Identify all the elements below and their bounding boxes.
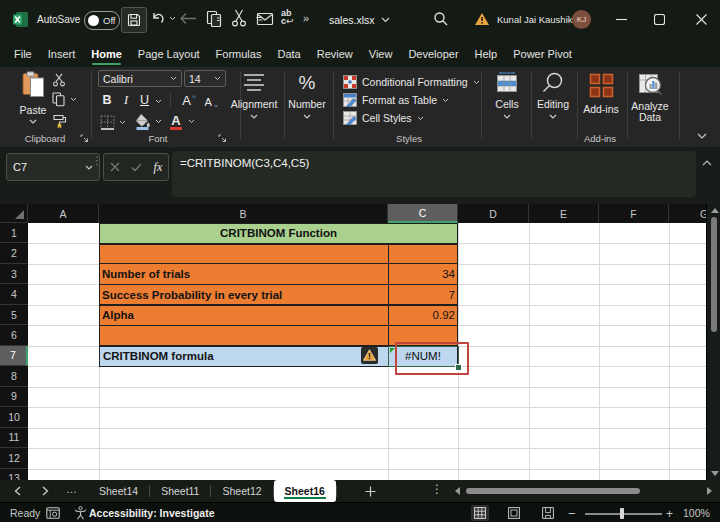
cell-title-b1[interactable]: CRITBINOM Function [99,223,458,244]
autosave-toggle[interactable]: Off [84,11,120,30]
menu-item-help[interactable]: Help [467,40,506,67]
horizontal-scrollbar[interactable] [450,480,720,502]
data-row-value[interactable]: 0.92 [390,305,455,325]
clipboard-dialog-launcher-icon[interactable] [80,134,89,143]
save-button[interactable] [121,7,147,33]
column-header-c[interactable]: C [388,204,458,223]
column-header-f[interactable]: F [599,204,669,223]
font-size-select[interactable]: 14 [184,70,226,87]
user-name[interactable]: Kunal Jai Kaushik [497,14,573,25]
underline-button[interactable]: U [138,92,151,108]
accessibility-status[interactable]: Accessibility: Investigate [89,507,214,519]
page-break-view-button[interactable] [539,505,557,521]
row-header-11[interactable]: 11 [0,428,28,448]
menu-item-home[interactable]: Home [83,40,130,67]
sheet-tab-sheet11[interactable]: Sheet11 [150,480,210,502]
menu-item-insert[interactable]: Insert [40,40,84,67]
cut-icon[interactable] [231,9,247,28]
data-row-label[interactable]: Success Probability in every trial [102,284,385,304]
chevron-down-icon[interactable] [155,99,162,104]
column-header-a[interactable]: A [28,204,99,223]
cancel-icon[interactable] [110,162,120,172]
normal-view-button[interactable] [471,505,489,521]
scroll-down-icon[interactable] [711,471,719,476]
name-box[interactable]: C7 [6,153,100,181]
row-header-13[interactable]: 13 [0,469,28,480]
borders-button[interactable] [100,115,126,130]
select-all-button[interactable] [0,204,28,223]
menu-item-file[interactable]: File [6,40,40,67]
cells-button[interactable]: Cells [484,72,530,119]
vertical-scrollbar[interactable] [706,204,720,480]
document-name[interactable]: sales.xlsx [329,14,375,26]
search-icon[interactable] [433,11,449,27]
sheet-tab-sheet14[interactable]: Sheet14 [88,480,149,502]
row-header-12[interactable]: 12 [0,448,28,468]
replace-icon[interactable]: abc↩ [281,9,294,25]
chevron-down-icon[interactable] [381,17,390,23]
menu-item-view[interactable]: View [361,40,401,67]
menu-item-data[interactable]: Data [269,40,308,67]
data-row-label[interactable]: Number of trials [102,264,385,284]
row-header-1[interactable]: 1 [0,223,28,243]
cell-formula-label-b7[interactable]: CRITBINOM formula [99,346,389,367]
row-header-8[interactable]: 8 [0,366,28,386]
zoom-in-button[interactable]: + [666,507,673,521]
conditional-formatting-button[interactable]: Conditional Formatting [343,75,480,89]
insert-function-icon[interactable]: fx [154,160,163,175]
menu-item-power-pivot[interactable]: Power Pivot [505,40,580,67]
menu-item-review[interactable]: Review [309,40,361,67]
cell-styles-button[interactable]: Cell Styles [343,111,424,125]
menu-item-formulas[interactable]: Formulas [208,40,270,67]
row-header-3[interactable]: 3 [0,264,28,284]
scroll-up-icon[interactable] [711,208,719,213]
number-format-button[interactable]: % Number [286,73,328,119]
maximize-button[interactable] [642,0,676,38]
analyze-data-button[interactable]: AnalyzeData [628,73,672,123]
font-name-select[interactable]: Calibri [98,70,182,87]
page-layout-view-button[interactable] [505,505,523,521]
column-header-b[interactable]: B [99,204,388,223]
error-options-button[interactable] [361,347,378,364]
menu-item-developer[interactable]: Developer [400,40,466,67]
expand-formula-bar-icon[interactable] [702,160,712,166]
minimize-button[interactable] [604,0,638,38]
more-commands-icon[interactable]: » [303,12,308,24]
vertical-scrollbar-thumb[interactable] [711,217,717,332]
enter-icon[interactable] [131,163,142,172]
undo-button[interactable] [150,10,176,26]
all-sheets-icon[interactable]: ⋮ [431,482,443,496]
sheet-tab-sheet16[interactable]: Sheet16 [274,480,336,502]
row-header-7[interactable]: 7 [0,346,28,366]
zoom-out-button[interactable]: − [568,506,576,521]
copy-icon[interactable] [206,10,223,28]
decrease-font-size-button[interactable]: A⌄ [202,94,222,110]
row-header-4[interactable]: 4 [0,284,28,304]
data-row-value[interactable]: 34 [390,264,455,284]
formula-input[interactable]: =CRITBINOM(C3,C4,C5) [172,151,696,197]
accessibility-icon[interactable] [74,506,87,520]
data-row-value[interactable]: 7 [390,284,455,304]
zoom-slider-thumb[interactable] [620,508,624,519]
column-header-e[interactable]: E [529,204,599,223]
format-painter-icon[interactable] [52,114,67,129]
data-row-label[interactable]: Alpha [102,305,385,325]
row-header-9[interactable]: 9 [0,387,28,407]
new-sheet-button[interactable] [360,480,380,502]
scroll-left-icon[interactable] [455,487,460,495]
namebox-resize-handle[interactable]: ⋮ [92,158,102,163]
close-button[interactable] [684,0,718,38]
fill-color-button[interactable] [134,113,162,130]
italic-button[interactable]: I [120,92,132,108]
add-ins-button[interactable]: Add-ins [580,73,622,115]
increase-font-size-button[interactable]: A^ [179,92,199,108]
upload-warning-icon[interactable] [474,12,490,26]
editing-button[interactable]: Editing [530,72,576,119]
alignment-button[interactable]: Alignment [228,73,280,119]
row-header-2[interactable]: 2 [0,243,28,263]
row-header-5[interactable]: 5 [0,305,28,325]
font-dialog-launcher-icon[interactable] [218,134,227,143]
paste-button[interactable]: Paste [14,71,52,124]
sheet-tab-sheet12[interactable]: Sheet12 [211,480,272,502]
menu-item-page-layout[interactable]: Page Layout [130,40,208,67]
